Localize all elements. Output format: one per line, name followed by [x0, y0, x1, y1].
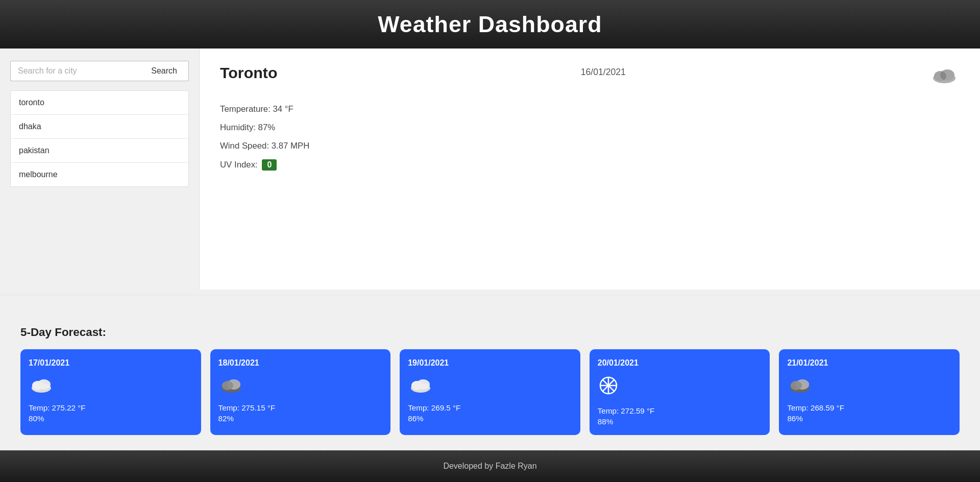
- forecast-card: 20/01/2021 Temp: 272.59 °F 88%: [590, 349, 770, 435]
- forecast-card-date: 19/01/2021: [408, 358, 572, 368]
- svg-point-9: [32, 381, 43, 390]
- forecast-card-icon: [29, 375, 193, 397]
- forecast-card-date: 20/01/2021: [598, 358, 762, 368]
- weather-date: 16/01/2021: [581, 67, 626, 78]
- weather-details: Temperature: 34 °F Humidity: 87% Wind Sp…: [220, 104, 960, 171]
- search-bar: Search: [10, 61, 189, 81]
- forecast-card-humidity: 82%: [218, 414, 383, 423]
- history-item[interactable]: pakistan: [11, 139, 188, 163]
- forecast-title: 5-Day Forecast:: [20, 326, 960, 339]
- search-history-list: torontodhakapakistanmelbourne: [10, 90, 189, 187]
- weather-panel: Toronto 16/01/2021 Temperature: 3: [199, 49, 980, 290]
- forecast-card: 18/01/2021 Temp: 275.15 °F 82%: [210, 349, 391, 435]
- forecast-card-icon: [408, 375, 572, 397]
- forecast-card-date: 18/01/2021: [218, 358, 383, 368]
- forecast-card-temp: Temp: 269.5 °F: [408, 403, 572, 412]
- forecast-card-date: 21/01/2021: [787, 358, 951, 368]
- forecast-card-humidity: 86%: [787, 414, 951, 423]
- forecast-card-humidity: 80%: [29, 414, 193, 423]
- forecast-card: 17/01/2021 Temp: 275.22 °F 80%: [20, 349, 201, 435]
- forecast-card-humidity: 88%: [598, 417, 762, 426]
- forecast-card-icon: [218, 375, 383, 397]
- search-button[interactable]: Search: [140, 61, 189, 81]
- svg-point-14: [222, 381, 233, 390]
- search-input[interactable]: [10, 61, 140, 81]
- sidebar: Search torontodhakapakistanmelbourne: [0, 49, 199, 290]
- forecast-card-icon: [598, 375, 762, 400]
- humidity-row: Humidity: 87%: [220, 123, 960, 133]
- app-header: Weather Dashboard: [0, 0, 980, 49]
- temperature-row: Temperature: 34 °F: [220, 104, 960, 114]
- svg-point-29: [791, 381, 802, 390]
- wind-speed-row: Wind Speed: 3.87 MPH: [220, 141, 960, 151]
- weather-header: Toronto 16/01/2021: [220, 64, 960, 89]
- forecast-cards: 17/01/2021 Temp: 275.22 °F 80% 18/01/202…: [20, 349, 960, 435]
- forecast-card-temp: Temp: 272.59 °F: [598, 406, 762, 415]
- city-info: Toronto: [220, 64, 278, 82]
- app-footer: Developed by Fazle Ryan: [0, 450, 980, 482]
- history-item[interactable]: melbourne: [11, 163, 188, 186]
- forecast-card: 19/01/2021 Temp: 269.5 °F 86%: [400, 349, 580, 435]
- forecast-card-icon: [787, 375, 951, 397]
- forecast-card-temp: Temp: 268.59 °F: [787, 403, 951, 412]
- svg-point-4: [934, 71, 946, 81]
- section-divider: [0, 295, 980, 295]
- history-item[interactable]: dhaka: [11, 115, 188, 139]
- forecast-section: 5-Day Forecast: 17/01/2021 Temp: 275.22 …: [0, 310, 980, 450]
- app-title: Weather Dashboard: [0, 11, 980, 37]
- forecast-card-humidity: 86%: [408, 414, 572, 423]
- forecast-card-temp: Temp: 275.22 °F: [29, 403, 193, 412]
- forecast-card: 21/01/2021 Temp: 268.59 °F 86%: [779, 349, 960, 435]
- forecast-card-date: 17/01/2021: [29, 358, 193, 368]
- svg-point-19: [411, 381, 423, 390]
- main-content: Search torontodhakapakistanmelbourne Tor…: [0, 49, 980, 290]
- uv-badge: 0: [262, 159, 277, 171]
- uv-index-row: UV Index: 0: [220, 159, 960, 171]
- city-name: Toronto: [220, 64, 278, 82]
- current-weather-icon: [929, 64, 960, 89]
- forecast-card-temp: Temp: 275.15 °F: [218, 403, 383, 412]
- history-item[interactable]: toronto: [11, 91, 188, 115]
- footer-text: Developed by Fazle Ryan: [443, 462, 536, 470]
